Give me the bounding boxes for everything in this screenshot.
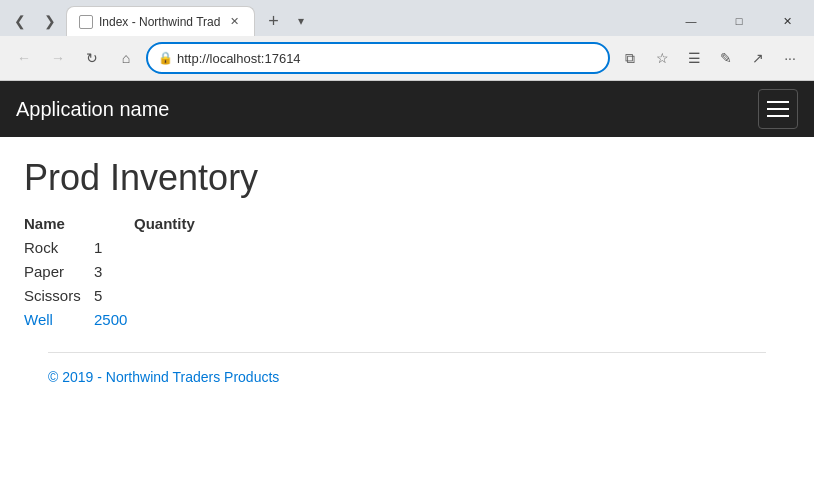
forward-tab-control[interactable]: ❯: [36, 7, 64, 35]
collections-icon: ☰: [688, 50, 701, 66]
tab-close-button[interactable]: ✕: [226, 14, 242, 30]
col-header-quantity: Quantity: [134, 215, 194, 232]
hamburger-button[interactable]: [758, 89, 798, 129]
row-qty-rock: 1: [94, 236, 154, 260]
close-icon: ✕: [230, 15, 239, 28]
refresh-icon: ↻: [86, 50, 98, 66]
share-button[interactable]: ↗: [744, 44, 772, 72]
table-row: Rock 1: [24, 236, 790, 260]
tab-favicon: [79, 15, 93, 29]
forward-tab-icon: ❯: [44, 13, 56, 29]
col-header-name: Name: [24, 215, 94, 232]
table-header: Name Quantity: [24, 215, 790, 232]
tab-group: ❮ ❯ Index - Northwind Trad ✕ + ▾: [6, 6, 315, 36]
close-window-button[interactable]: ✕: [764, 6, 810, 36]
table-row: Paper 3: [24, 260, 790, 284]
home-button[interactable]: ⌂: [112, 44, 140, 72]
back-button[interactable]: ←: [10, 44, 38, 72]
more-button[interactable]: ···: [776, 44, 804, 72]
minimize-button[interactable]: —: [668, 6, 714, 36]
plus-icon: +: [268, 11, 279, 32]
row-qty-paper: 3: [94, 260, 154, 284]
window-controls: — □ ✕: [668, 6, 814, 36]
close-window-icon: ✕: [783, 15, 792, 28]
tab-view-button[interactable]: ⧉: [616, 44, 644, 72]
forward-icon: →: [51, 50, 65, 66]
address-input[interactable]: [177, 51, 598, 66]
address-field-wrap: 🔒: [146, 42, 610, 74]
lock-icon: 🔒: [158, 51, 173, 65]
home-icon: ⌂: [122, 50, 130, 66]
app-name: Application name: [16, 98, 169, 121]
table-row: Well 2500: [24, 308, 790, 332]
row-name-paper: Paper: [24, 260, 94, 284]
back-icon: ←: [17, 50, 31, 66]
maximize-icon: □: [736, 15, 743, 27]
active-tab[interactable]: Index - Northwind Trad ✕: [66, 6, 255, 36]
tab-view-icon: ⧉: [625, 50, 635, 67]
footer-text: © 2019 - Northwind Traders Products: [48, 369, 766, 385]
forward-button[interactable]: →: [44, 44, 72, 72]
page-content: Prod Inventory Name Quantity Rock 1 Pape…: [0, 137, 814, 405]
chevron-down-icon: ▾: [298, 14, 304, 28]
sign-button[interactable]: ✎: [712, 44, 740, 72]
toolbar-icons: ⧉ ☆ ☰ ✎ ↗ ···: [616, 44, 804, 72]
bookmark-icon: ☆: [656, 50, 669, 66]
collections-button[interactable]: ☰: [680, 44, 708, 72]
page-title: Prod Inventory: [24, 157, 790, 199]
more-icon: ···: [784, 50, 796, 66]
table-row: Scissors 5: [24, 284, 790, 308]
back-tab-control[interactable]: ❮: [6, 7, 34, 35]
address-bar: ← → ↻ ⌂ 🔒 ⧉ ☆ ☰ ✎: [0, 36, 814, 80]
new-tab-button[interactable]: +: [259, 7, 287, 35]
footer-wrap: © 2019 - Northwind Traders Products: [48, 352, 766, 385]
hamburger-line-2: [767, 108, 789, 110]
browser-chrome: ❮ ❯ Index - Northwind Trad ✕ + ▾ —: [0, 0, 814, 81]
row-name-well[interactable]: Well: [24, 308, 94, 332]
hamburger-line-1: [767, 101, 789, 103]
sign-icon: ✎: [720, 50, 732, 66]
tab-bar: ❮ ❯ Index - Northwind Trad ✕ + ▾ —: [0, 0, 814, 36]
row-name-rock: Rock: [24, 236, 94, 260]
tab-label: Index - Northwind Trad: [99, 15, 220, 29]
tab-dropdown-button[interactable]: ▾: [287, 7, 315, 35]
bookmark-button[interactable]: ☆: [648, 44, 676, 72]
minimize-icon: —: [686, 15, 697, 27]
refresh-button[interactable]: ↻: [78, 44, 106, 72]
inventory-table: Name Quantity Rock 1 Paper 3 Scissors 5 …: [24, 215, 790, 332]
row-qty-well: 2500: [94, 308, 154, 332]
row-name-scissors: Scissors: [24, 284, 94, 308]
app-navbar: Application name: [0, 81, 814, 137]
maximize-button[interactable]: □: [716, 6, 762, 36]
hamburger-line-3: [767, 115, 789, 117]
row-qty-scissors: 5: [94, 284, 154, 308]
back-tab-icon: ❮: [14, 13, 26, 29]
share-icon: ↗: [752, 50, 764, 66]
